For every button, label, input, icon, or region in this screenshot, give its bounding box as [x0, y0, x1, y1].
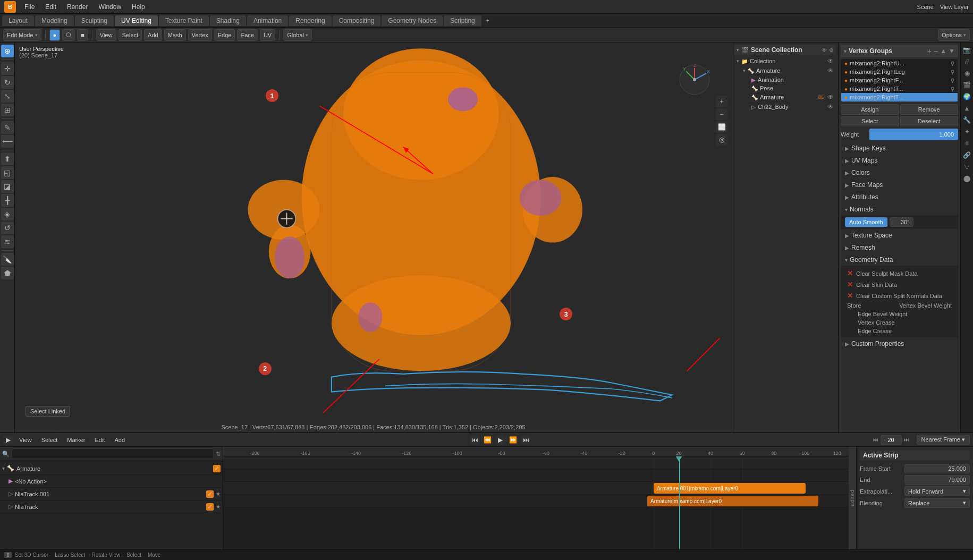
inset-tool[interactable]: ◱	[1, 166, 14, 179]
nla-track-main[interactable]: ▷ NlaTrack ✓ ★	[0, 500, 223, 513]
tab-scripting[interactable]: Scripting	[444, 15, 481, 26]
frame-all-btn[interactable]: ⬜	[716, 121, 727, 133]
tab-compositing[interactable]: Compositing	[333, 15, 381, 26]
nla-select-menu[interactable]: Select	[38, 436, 61, 444]
deselect-btn[interactable]: Deselect	[900, 116, 959, 126]
nla-track-no-action[interactable]: ▶ <No Action>	[0, 475, 223, 488]
move-tool[interactable]: ✛	[1, 62, 14, 75]
extrapolation-dropdown[interactable]: Hold Forward ▾	[904, 486, 970, 496]
armature-2-eye[interactable]: 👁	[827, 94, 834, 101]
eye-icon[interactable]: 👁	[822, 47, 827, 53]
collection-item[interactable]: ▾ 📁 Collection 👁	[734, 56, 836, 66]
vg-remove-btn[interactable]: −	[934, 47, 938, 55]
next-frame-btn[interactable]: ⏩	[509, 435, 518, 445]
vertex-colors-header[interactable]: ▶ Colors	[841, 167, 958, 179]
extrude-tool[interactable]: ⬆	[1, 152, 14, 165]
vg-pin-1[interactable]: ⚲	[951, 69, 954, 75]
clear-sculpt-mask-btn[interactable]: ✕ Clear Sculpt Mask Data	[845, 268, 954, 279]
shape-keys-header[interactable]: ▶ Shape Keys	[841, 142, 958, 154]
measure-tool[interactable]: ⟵	[1, 135, 14, 148]
menu-window[interactable]: Window	[94, 2, 125, 12]
tab-shading[interactable]: Shading	[210, 15, 246, 26]
face-btn[interactable]: Face	[237, 29, 257, 41]
viewport-gizmo[interactable]: X Y Z	[679, 64, 710, 96]
scale-tool[interactable]: ⤡	[1, 90, 14, 103]
clear-skin-btn[interactable]: ✕ Clear Skin Data	[845, 279, 954, 290]
add-btn[interactable]: Add	[144, 29, 162, 41]
menu-render[interactable]: Render	[63, 2, 92, 12]
mesh-btn[interactable]: Mesh	[164, 29, 186, 41]
weight-bar[interactable]: 1.000	[869, 129, 958, 140]
object-props-icon[interactable]: ▲	[962, 103, 972, 114]
end-value[interactable]: 79.000	[904, 475, 970, 485]
edge-btn[interactable]: Edge	[214, 29, 235, 41]
attributes-header[interactable]: ▶ Attributes	[841, 191, 958, 203]
play-btn[interactable]: ▶	[496, 435, 505, 445]
knife-tool[interactable]: 🔪	[1, 253, 14, 266]
options-btn[interactable]: Options ▾	[938, 29, 970, 41]
vg-pin-2[interactable]: ⚲	[951, 78, 954, 83]
frame-start-value[interactable]: 25.000	[904, 464, 970, 473]
nla-add-menu[interactable]: Add	[111, 436, 128, 444]
tab-layout[interactable]: Layout	[2, 15, 34, 26]
nla-track-armature[interactable]: ▾ 🦴 Armature ✓	[0, 462, 223, 475]
local-view-btn[interactable]: ◎	[716, 134, 727, 146]
vg-up-btn[interactable]: ▲	[940, 47, 946, 55]
view-btn[interactable]: View	[96, 29, 116, 41]
particles-props-icon[interactable]: ✦	[962, 126, 972, 137]
vertex-bevel-label[interactable]: Vertex Bevel Weight	[863, 302, 952, 309]
timeline-playhead[interactable]	[679, 456, 680, 549]
physics-props-icon[interactable]: ⚛	[962, 138, 972, 149]
filter-icon[interactable]: ⚙	[829, 47, 834, 53]
polybuild-tool[interactable]: ◈	[1, 208, 14, 220]
view-props-icon[interactable]: ◉	[962, 68, 972, 79]
texture-space-header[interactable]: ▶ Texture Space	[841, 230, 958, 241]
transform-tool[interactable]: ⊞	[1, 104, 14, 116]
bisect-tool[interactable]: ⬟	[1, 267, 14, 279]
zoom-in-btn[interactable]: +	[716, 96, 727, 107]
remove-btn[interactable]: Remove	[900, 104, 959, 115]
nla-track-001-vis[interactable]: ✓	[206, 490, 214, 498]
jump-start-btn[interactable]: ⏮	[470, 435, 480, 445]
tab-rendering[interactable]: Rendering	[289, 15, 331, 26]
output-props-icon[interactable]: 🖨	[962, 56, 972, 67]
nla-filter-icon[interactable]: ⇅	[216, 451, 221, 457]
edge-bevel-btn[interactable]: Edge Bevel Weight	[845, 310, 954, 318]
select-btn[interactable]: Select	[119, 29, 142, 41]
vg-pin-3[interactable]: ⚲	[951, 86, 954, 92]
blending-dropdown[interactable]: Replace ▾	[904, 498, 970, 508]
vg-item-1[interactable]: ● mixamorig2:RightLeg ⚲	[841, 67, 958, 76]
tab-texture-paint[interactable]: Texture Paint	[159, 15, 209, 26]
face-maps-header[interactable]: ▶ Face Maps	[841, 179, 958, 191]
current-frame-input[interactable]	[881, 435, 902, 445]
vertex-crease-btn[interactable]: Vertex Crease	[845, 318, 954, 327]
nla-track-001[interactable]: ▷ NlaTrack.001 ✓ ★	[0, 488, 223, 500]
menu-file[interactable]: File	[20, 2, 39, 12]
auto-smooth-value[interactable]: 30°	[890, 217, 913, 227]
vertex-mode-btn[interactable]: ●	[49, 29, 61, 41]
normals-header[interactable]: ▾ Normals	[841, 203, 958, 215]
tab-animation[interactable]: Animation	[247, 15, 288, 26]
transform-dropdown[interactable]: Global ▾	[283, 29, 312, 41]
nla-track-main-solo[interactable]: ★	[216, 504, 221, 510]
pose-item[interactable]: 🦴 Pose	[734, 84, 836, 92]
annotate-tool[interactable]: ✎	[1, 121, 14, 134]
menu-help[interactable]: Help	[128, 2, 149, 12]
tab-uv-editing[interactable]: UV Editing	[115, 15, 158, 26]
viewport-3d[interactable]: User Perspective (20) Scene_17 1 2 3 Sel…	[15, 43, 732, 432]
constraints-icon[interactable]: 🔗	[962, 150, 972, 160]
nla-track-main-vis[interactable]: ✓	[206, 503, 214, 511]
mode-selector[interactable]: Edit Mode ▾	[3, 29, 41, 41]
nla-view-menu[interactable]: View	[16, 436, 35, 444]
nla-search-input[interactable]	[12, 448, 214, 459]
menu-edit[interactable]: Edit	[41, 2, 61, 12]
bevel-tool[interactable]: ◪	[1, 180, 14, 193]
remesh-header[interactable]: ▶ Remesh	[841, 242, 958, 253]
armature-item-2[interactable]: 🦴 Armature 65 👁	[734, 92, 836, 102]
nla-track-armature-vis[interactable]: ✓	[213, 465, 221, 472]
collection-eye[interactable]: 👁	[827, 57, 834, 65]
scene-collection-header[interactable]: ▾ 🎬 Scene Collection 👁 ⚙	[734, 45, 836, 55]
armature-eye[interactable]: 👁	[827, 67, 834, 74]
vertex-groups-header[interactable]: ▾ Vertex Groups + − ▲ ▼	[841, 45, 958, 57]
armature-item[interactable]: ▾ 🦴 Armature 👁	[734, 66, 836, 75]
